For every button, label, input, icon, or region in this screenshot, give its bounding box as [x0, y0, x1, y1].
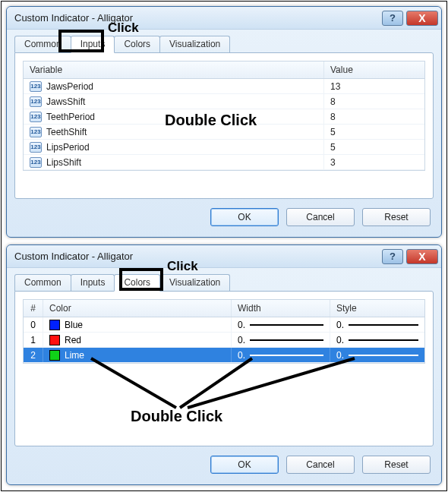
tab-common[interactable]: Common [14, 274, 71, 291]
close-button[interactable]: X [406, 249, 438, 264]
tab-strip: Common Inputs Colors Visualization [14, 273, 434, 291]
width-value[interactable]: 0. [238, 350, 245, 361]
color-name[interactable]: Red [65, 335, 81, 345]
tab-strip: Common Inputs Colors Visualization [14, 34, 434, 52]
color-row[interactable]: 0 Blue 0. 0. [24, 317, 424, 333]
variable-name: TeethPeriod [46, 112, 95, 122]
color-name[interactable]: Lime [65, 350, 84, 361]
variable-name: TeethShift [46, 127, 87, 137]
width-preview [250, 355, 323, 356]
width-value[interactable]: 0. [238, 320, 245, 330]
style-value[interactable]: 0. [336, 350, 344, 361]
int-icon: 123 [30, 112, 42, 122]
tab-colors[interactable]: Colors [114, 274, 160, 292]
variable-value[interactable]: 8 [330, 96, 336, 107]
int-icon: 123 [30, 142, 42, 153]
colors-panel: # Color Width Style 0 Blue 0. 0. 1 Red [14, 291, 434, 446]
color-row-selected[interactable]: 2 Lime 0. 0. [24, 348, 424, 363]
reset-button[interactable]: Reset [362, 208, 431, 226]
width-value[interactable]: 0. [238, 335, 245, 345]
grid-header: Variable Value [24, 62, 424, 79]
tab-inputs[interactable]: Inputs [71, 36, 115, 53]
width-preview [250, 324, 323, 326]
input-row[interactable]: 123LipsShift 3 [24, 155, 424, 170]
variable-value[interactable]: 8 [330, 112, 336, 122]
titlebar[interactable]: Custom Indicator - Alligator ? X [7, 245, 441, 268]
col-index[interactable]: # [24, 300, 43, 317]
color-row[interactable]: 1 Red 0. 0. [24, 333, 424, 348]
int-icon: 123 [30, 157, 42, 168]
dialog-colors: Custom Indicator - Alligator ? X Common … [6, 244, 442, 485]
input-row[interactable]: 123TeethShift 5 [24, 125, 424, 140]
ok-button[interactable]: OK [210, 456, 279, 474]
col-variable[interactable]: Variable [24, 62, 324, 78]
row-index: 0 [30, 320, 36, 330]
col-width[interactable]: Width [232, 300, 330, 317]
width-preview [250, 339, 323, 341]
close-icon: X [418, 251, 425, 263]
row-index: 1 [30, 335, 36, 345]
close-button[interactable]: X [406, 11, 438, 26]
style-value[interactable]: 0. [336, 320, 344, 330]
window-title: Custom Indicator - Alligator [14, 12, 379, 24]
variable-name: LipsShift [46, 157, 81, 168]
int-icon: 123 [30, 96, 42, 107]
window-title: Custom Indicator - Alligator [14, 251, 379, 262]
style-preview [349, 339, 418, 341]
variable-value[interactable]: 3 [330, 157, 336, 168]
titlebar[interactable]: Custom Indicator - Alligator ? X [7, 7, 441, 30]
tab-colors[interactable]: Colors [114, 36, 160, 52]
input-row[interactable]: 123LipsPeriod 5 [24, 140, 424, 155]
button-bar: OK Cancel Reset [14, 446, 434, 474]
help-icon: ? [390, 251, 396, 262]
row-index: 2 [30, 350, 36, 361]
color-swatch [49, 350, 60, 361]
button-bar: OK Cancel Reset [14, 199, 434, 226]
variable-value[interactable]: 5 [330, 142, 336, 153]
col-value[interactable]: Value [324, 62, 424, 78]
cancel-button[interactable]: Cancel [286, 208, 355, 226]
inputs-panel: Variable Value 123JawsPeriod 13 123JawsS… [14, 52, 434, 199]
help-icon: ? [390, 12, 396, 24]
reset-button[interactable]: Reset [362, 456, 431, 474]
input-row[interactable]: 123JawsShift 8 [24, 94, 424, 109]
col-style[interactable]: Style [330, 300, 424, 317]
dialog-inputs: Custom Indicator - Alligator ? X Common … [6, 6, 442, 238]
grid-header: # Color Width Style [24, 300, 424, 317]
tab-visualization[interactable]: Visualization [159, 36, 230, 52]
variable-name: JawsPeriod [46, 81, 93, 92]
variable-name: JawsShift [46, 96, 85, 107]
help-button[interactable]: ? [382, 11, 403, 26]
color-swatch [49, 335, 60, 345]
tab-visualization[interactable]: Visualization [159, 274, 230, 291]
col-color[interactable]: Color [43, 300, 232, 317]
cancel-button[interactable]: Cancel [286, 456, 355, 474]
style-value[interactable]: 0. [336, 335, 344, 345]
close-icon: X [418, 12, 425, 24]
tab-common[interactable]: Common [14, 36, 71, 52]
input-row[interactable]: 123TeethPeriod 8 [24, 109, 424, 125]
help-button[interactable]: ? [382, 249, 403, 264]
int-icon: 123 [30, 127, 42, 137]
variable-value[interactable]: 5 [330, 127, 336, 137]
variable-name: LipsPeriod [46, 142, 90, 153]
ok-button[interactable]: OK [210, 208, 279, 226]
style-preview [349, 324, 418, 326]
color-swatch [49, 320, 60, 330]
colors-grid: # Color Width Style 0 Blue 0. 0. 1 Red [23, 299, 425, 364]
variable-value[interactable]: 13 [330, 81, 340, 92]
style-preview [349, 355, 418, 356]
input-row[interactable]: 123JawsPeriod 13 [24, 79, 424, 94]
int-icon: 123 [30, 81, 42, 92]
tab-inputs[interactable]: Inputs [71, 274, 115, 291]
inputs-grid: Variable Value 123JawsPeriod 13 123JawsS… [23, 61, 425, 171]
color-name[interactable]: Blue [65, 320, 83, 330]
